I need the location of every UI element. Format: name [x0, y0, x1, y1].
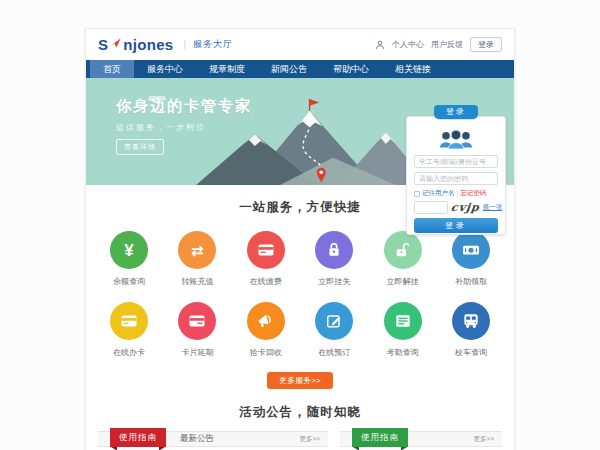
captcha-refresh-link[interactable]: 换一张	[483, 203, 503, 212]
more-link[interactable]: 更多>>	[299, 435, 320, 444]
logo-text: njones	[123, 36, 173, 53]
hero-banner: 你身边的卡管专家 提供服务，一步到位 查看详情 登录 记住用户名 |	[86, 78, 514, 185]
users-avatar-icon	[437, 128, 475, 151]
remember-row: 记住用户名 | 忘记密码	[414, 189, 498, 198]
nav-item-links[interactable]: 相关链接	[382, 60, 444, 78]
more-link[interactable]: 更多>>	[473, 435, 494, 444]
captcha-row: cvjp 换一张	[414, 201, 498, 214]
service-item-unfreeze[interactable]: 立即解挂	[372, 231, 434, 287]
logo-divider: |	[183, 39, 186, 50]
tab-bar: 使用指南 更多>>	[340, 431, 502, 447]
announcements-section: 活动公告，随时知晓 使用指南 最新公告 更多>> 使用指南 更多>>	[86, 389, 514, 450]
announcement-panel-right: 使用指南 更多>>	[340, 431, 502, 447]
service-item-transfer[interactable]: ⇄ 转账充值	[166, 231, 228, 287]
service-item-balance[interactable]: ¥ 余额查询	[98, 231, 160, 287]
site-subtitle: 服务大厅	[193, 38, 233, 51]
nav-item-help-center[interactable]: 帮助中心	[320, 60, 382, 78]
site-header: S njones | 服务大厅 个人中心 用户反馈 登录	[86, 29, 514, 60]
card-icon	[178, 302, 216, 340]
banknote-icon	[452, 231, 490, 269]
yuan-icon: ¥	[110, 231, 148, 269]
nav-item-home[interactable]: 首页	[90, 60, 134, 78]
megaphone-icon	[247, 302, 285, 340]
tab-usage-guide[interactable]: 使用指南	[110, 428, 166, 447]
user-feedback-link[interactable]: 用户反馈	[431, 39, 463, 50]
service-item-apply-card[interactable]: 在线办卡	[98, 302, 160, 358]
service-item-attendance[interactable]: 考勤查询	[372, 302, 434, 358]
tab-bar: 使用指南 最新公告 更多>>	[98, 431, 328, 447]
main-nav: 首页 服务中心 规章制度 新闻公告 帮助中心 相关链接	[86, 60, 514, 78]
hero-cta-button[interactable]: 查看详情	[116, 139, 164, 155]
more-services-button[interactable]: 更多服务>>	[267, 372, 333, 389]
service-item-online-booking[interactable]: 在线预订	[303, 302, 365, 358]
service-item-payment[interactable]: 在线缴费	[235, 231, 297, 287]
user-icon	[375, 40, 385, 50]
edit-icon	[315, 302, 353, 340]
logo-arrow-icon	[110, 38, 121, 48]
service-item-card-recovery[interactable]: 拾卡回收	[235, 302, 297, 358]
divider: |	[457, 190, 459, 197]
header-login-button[interactable]: 登录	[470, 37, 502, 52]
announcement-panel-left: 使用指南 最新公告 更多>>	[98, 431, 328, 447]
remember-label: 记住用户名	[422, 189, 455, 198]
unlock-icon	[384, 231, 422, 269]
personal-center-link[interactable]: 个人中心	[392, 39, 424, 50]
logo[interactable]: S njones | 服务大厅	[98, 36, 233, 53]
remember-checkbox[interactable]	[414, 191, 420, 197]
logo-text: S	[98, 36, 108, 53]
password-input[interactable]	[414, 172, 498, 185]
page: S njones | 服务大厅 个人中心 用户反馈 登录 首页 服务中心 规章制…	[85, 28, 515, 450]
card-icon	[247, 231, 285, 269]
login-panel: 登录 记住用户名 | 忘记密码 cvjp 换一张	[406, 116, 506, 235]
forgot-password-link[interactable]: 忘记密码	[460, 189, 486, 198]
card-icon	[110, 302, 148, 340]
announcement-panels: 使用指南 最新公告 更多>> 使用指南 更多>>	[98, 431, 502, 447]
service-item-school-bus[interactable]: 校车查询	[440, 302, 502, 358]
captcha-input[interactable]	[414, 201, 448, 214]
transfer-icon: ⇄	[178, 231, 216, 269]
service-item-card-renewal[interactable]: 卡片延期	[166, 302, 228, 358]
hero-title: 你身边的卡管专家	[116, 97, 276, 116]
bus-icon	[452, 302, 490, 340]
nav-item-service-center[interactable]: 服务中心	[134, 60, 196, 78]
login-tab[interactable]: 登录	[434, 105, 478, 119]
login-submit-button[interactable]: 登录	[414, 218, 498, 233]
list-icon	[384, 302, 422, 340]
tab-usage-guide[interactable]: 使用指南	[352, 428, 408, 447]
service-item-subsidy[interactable]: 补助领取	[440, 231, 502, 287]
header-right: 个人中心 用户反馈 登录	[375, 37, 502, 52]
tab-latest-announcements[interactable]: 最新公告	[180, 433, 214, 445]
services-row-2: 在线办卡 卡片延期 拾卡回收 在线预订	[98, 302, 502, 358]
captcha-image[interactable]: cvjp	[450, 201, 481, 214]
nav-item-rules[interactable]: 规章制度	[196, 60, 258, 78]
username-input[interactable]	[414, 155, 498, 168]
nav-item-news[interactable]: 新闻公告	[258, 60, 320, 78]
hero-copy: 你身边的卡管专家 提供服务，一步到位 查看详情	[86, 78, 276, 155]
hero-subtitle: 提供服务，一步到位	[116, 122, 276, 133]
lock-icon	[315, 231, 353, 269]
services-row-1: ¥ 余额查询 ⇄ 转账充值 在线缴费 立即挂失	[98, 231, 502, 287]
service-item-report-loss[interactable]: 立即挂失	[303, 231, 365, 287]
announcements-title: 活动公告，随时知晓	[98, 404, 502, 421]
